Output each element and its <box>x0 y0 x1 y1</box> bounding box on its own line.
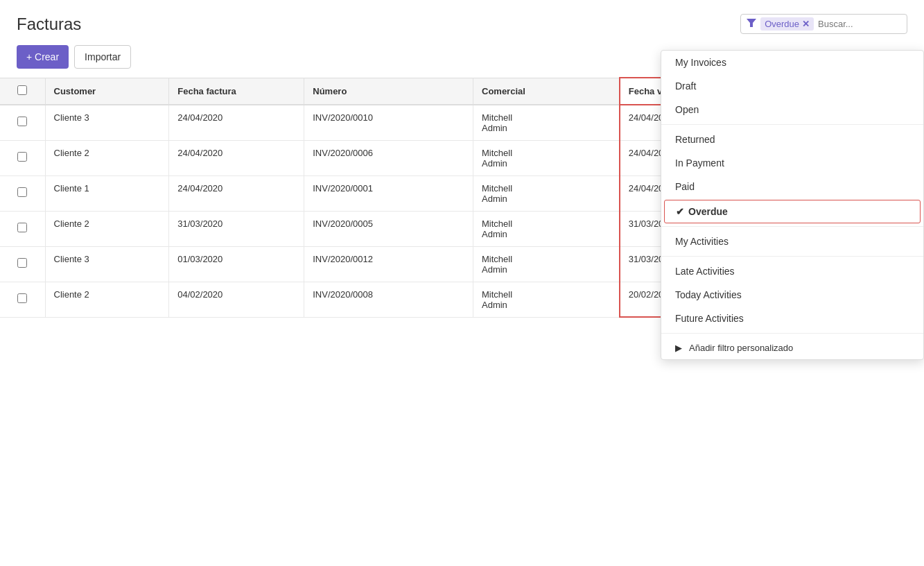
row-fecha-factura: 24/04/2020 <box>169 175 304 211</box>
select-all-checkbox[interactable] <box>17 85 27 95</box>
dropdown-item-overdue[interactable]: ✔Overdue <box>664 200 921 223</box>
row-numero: INV/2020/0008 <box>304 282 473 317</box>
filter-bar[interactable]: Overdue ✕ <box>740 14 907 34</box>
row-checkbox-cell <box>0 175 45 211</box>
row-customer: Cliente 2 <box>45 140 169 175</box>
row-fecha-factura: 01/03/2020 <box>169 246 304 282</box>
col-header-check <box>0 78 45 105</box>
row-fecha-factura: 31/03/2020 <box>169 211 304 246</box>
filter-dropdown: My InvoicesDraftOpenReturnedIn PaymentPa… <box>661 50 924 360</box>
row-checkbox-cell <box>0 211 45 246</box>
row-numero: INV/2020/0012 <box>304 246 473 282</box>
dropdown-divider <box>661 226 923 227</box>
row-customer: Cliente 3 <box>45 246 169 282</box>
search-input[interactable] <box>818 19 901 29</box>
row-customer: Cliente 2 <box>45 282 169 317</box>
create-button[interactable]: + Crear <box>17 45 69 69</box>
dropdown-item-today-activities[interactable]: Today Activities <box>661 283 923 307</box>
import-button-label: Importar <box>85 51 121 62</box>
row-comercial: MitchellAdmin <box>473 175 620 211</box>
dropdown-item-in-payment[interactable]: In Payment <box>661 151 923 175</box>
checkmark-icon: ✔ <box>676 206 684 217</box>
dropdown-item-open[interactable]: Open <box>661 98 923 121</box>
dropdown-item-returned[interactable]: Returned <box>661 128 923 151</box>
row-fecha-factura: 04/02/2020 <box>169 282 304 317</box>
col-header-comercial: Comercial <box>473 78 620 105</box>
row-checkbox[interactable] <box>17 152 27 162</box>
page-title: Facturas <box>17 15 81 34</box>
row-checkbox[interactable] <box>17 117 27 126</box>
row-fecha-factura: 24/04/2020 <box>169 105 304 141</box>
row-fecha-factura: 24/04/2020 <box>169 140 304 175</box>
dropdown-item-draft[interactable]: Draft <box>661 74 923 98</box>
dropdown-item-label: Open <box>675 104 699 115</box>
dropdown-item-label: Paid <box>675 181 695 192</box>
dropdown-item-label: Future Activities <box>675 313 744 324</box>
dropdown-item-label: My Invoices <box>675 57 726 68</box>
dropdown-item-custom-filter[interactable]: ▶Añadir filtro personalizado <box>661 336 923 359</box>
filter-tag-label: Overdue <box>765 19 799 29</box>
col-header-customer: Customer <box>45 78 169 105</box>
dropdown-item-late-activities[interactable]: Late Activities <box>661 259 923 283</box>
dropdown-item-my-activities[interactable]: My Activities <box>661 230 923 253</box>
row-checkbox[interactable] <box>17 223 27 232</box>
row-checkbox[interactable] <box>17 258 27 268</box>
row-comercial: MitchellAdmin <box>473 140 620 175</box>
row-checkbox-cell <box>0 105 45 141</box>
row-numero: INV/2020/0005 <box>304 211 473 246</box>
dropdown-item-future-activities[interactable]: Future Activities <box>661 307 923 330</box>
row-checkbox-cell <box>0 246 45 282</box>
row-numero: INV/2020/0010 <box>304 105 473 141</box>
dropdown-item-label: In Payment <box>675 157 724 169</box>
row-checkbox-cell <box>0 282 45 317</box>
dropdown-item-label: Late Activities <box>675 266 735 277</box>
row-customer: Cliente 1 <box>45 175 169 211</box>
dropdown-divider <box>661 333 923 334</box>
arrow-icon: ▶ <box>675 343 682 353</box>
col-header-numero: Número <box>304 78 473 105</box>
dropdown-divider <box>661 124 923 125</box>
filter-icon <box>747 18 756 30</box>
row-comercial: MitchellAdmin <box>473 246 620 282</box>
row-comercial: MitchellAdmin <box>473 282 620 317</box>
dropdown-item-paid[interactable]: Paid <box>661 175 923 198</box>
dropdown-item-label: Draft <box>675 80 696 92</box>
row-customer: Cliente 3 <box>45 105 169 141</box>
row-comercial: MitchellAdmin <box>473 105 620 141</box>
dropdown-item-label: My Activities <box>675 236 729 247</box>
col-header-fecha-factura: Fecha factura <box>169 78 304 105</box>
filter-tag-close-icon[interactable]: ✕ <box>802 19 810 29</box>
row-checkbox[interactable] <box>17 293 27 303</box>
dropdown-item-label: Returned <box>675 134 715 145</box>
row-checkbox[interactable] <box>17 187 27 197</box>
create-button-label: + Crear <box>26 51 59 62</box>
dropdown-item-my-invoices[interactable]: My Invoices <box>661 51 923 74</box>
dropdown-divider <box>661 256 923 257</box>
row-comercial: MitchellAdmin <box>473 211 620 246</box>
row-numero: INV/2020/0006 <box>304 140 473 175</box>
dropdown-item-label: Añadir filtro personalizado <box>689 343 793 353</box>
row-customer: Cliente 2 <box>45 211 169 246</box>
row-numero: INV/2020/0001 <box>304 175 473 211</box>
filter-tag-overdue[interactable]: Overdue ✕ <box>760 17 814 31</box>
svg-marker-0 <box>747 19 756 27</box>
dropdown-item-label: Today Activities <box>675 289 742 300</box>
import-button[interactable]: Importar <box>74 45 131 69</box>
row-checkbox-cell <box>0 140 45 175</box>
dropdown-item-label: Overdue <box>688 206 728 217</box>
